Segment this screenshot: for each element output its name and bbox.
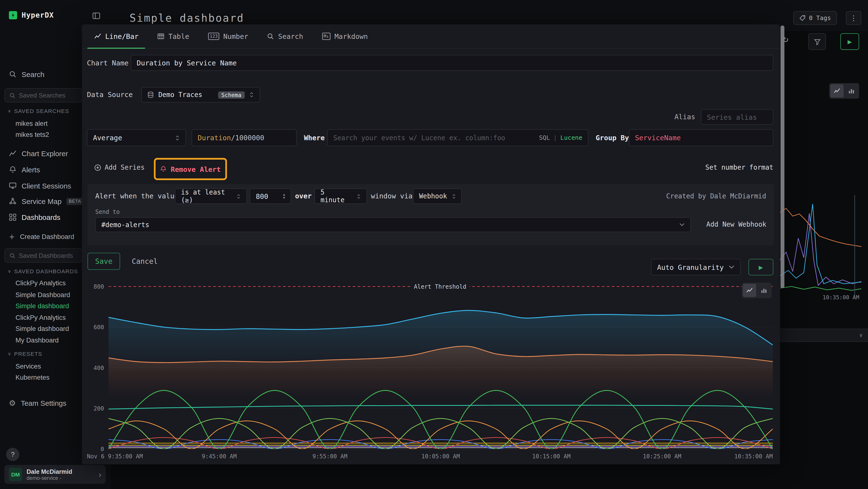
- brand[interactable]: HyperDX: [9, 11, 54, 19]
- dashboard-item[interactable]: Simple dashboard: [16, 325, 69, 335]
- chevron-down-icon: [728, 265, 735, 269]
- where-search-field[interactable]: SQL | Lucene: [327, 129, 589, 146]
- filter-button[interactable]: [808, 33, 826, 50]
- background-table-header[interactable]: ∨: [779, 328, 868, 342]
- alias-field[interactable]: [701, 109, 774, 124]
- alias-label: Alias: [663, 109, 695, 124]
- field-expression[interactable]: Duration /1000000: [191, 129, 297, 146]
- tags-button[interactable]: 0 Tags: [794, 11, 837, 25]
- create-dashboard-button[interactable]: Create Dashboard: [9, 230, 74, 243]
- sidebar-item-team-settings[interactable]: ⚙ Team Settings: [9, 396, 66, 410]
- nav-label: Dashboards: [22, 213, 61, 221]
- presets-section-toggle[interactable]: ∨ PRESETS: [8, 351, 42, 357]
- more-menu-button[interactable]: ⋮: [846, 11, 861, 25]
- alert-config-panel: Alert when the value is at least (≥) ▲▼ …: [88, 184, 774, 246]
- modal-scrollbar[interactable]: [780, 26, 784, 463]
- dashboards-grid-icon: [9, 213, 17, 221]
- set-number-format-button[interactable]: Set number format: [705, 164, 773, 171]
- tags-label: 0 Tags: [809, 15, 831, 22]
- saved-dashboards-section-toggle[interactable]: ∨ SAVED DASHBOARDS: [8, 268, 78, 274]
- sidebar-item-service-map[interactable]: Service Map BETA: [9, 195, 84, 208]
- alert-condition-select[interactable]: is at least (≥): [175, 189, 247, 204]
- where-label: Where: [304, 129, 324, 146]
- tab-label: Number: [223, 32, 248, 40]
- user-subtitle: demo-service -: [27, 474, 72, 481]
- bar-chart-icon[interactable]: [757, 284, 771, 297]
- saved-searches-section-toggle[interactable]: ∨ SAVED SEARCHES: [8, 108, 69, 114]
- dashboard-item[interactable]: ClickPy Analytics: [16, 279, 66, 289]
- sidebar-item-chart-explorer[interactable]: Chart Explorer: [9, 147, 68, 160]
- granularity-select[interactable]: Auto Granularity: [651, 259, 741, 276]
- dashboard-item[interactable]: ClickPy Analytics: [16, 314, 66, 323]
- preset-item[interactable]: Services: [16, 363, 41, 372]
- chevron-down-icon: [679, 223, 685, 227]
- webhook-value: #demo-alerts: [101, 221, 149, 229]
- remove-alert-button[interactable]: Remove Alert: [160, 165, 221, 173]
- sidebar-item-client-sessions[interactable]: Client Sessions: [9, 179, 71, 192]
- chart-name-field[interactable]: [131, 55, 774, 71]
- cancel-button[interactable]: Cancel: [132, 253, 158, 270]
- tab-search[interactable]: Search: [267, 24, 303, 49]
- divider: |: [553, 134, 557, 141]
- data-source-select[interactable]: Demo Traces Schema: [141, 87, 260, 102]
- save-button[interactable]: Save: [88, 253, 120, 270]
- data-source-value: Demo Traces: [158, 91, 202, 99]
- bar-chart-icon[interactable]: [845, 84, 858, 97]
- group-by-input[interactable]: [635, 134, 767, 142]
- chevron-down-icon: ∨: [860, 333, 863, 338]
- scrollbar-thumb[interactable]: [780, 26, 784, 288]
- line-chart-icon[interactable]: [743, 284, 756, 297]
- query-language-toggle[interactable]: SQL | Lucene: [539, 134, 583, 141]
- saved-searches-input[interactable]: Saved Searches: [4, 88, 83, 103]
- help-button[interactable]: ?: [6, 448, 19, 461]
- where-input[interactable]: [333, 134, 534, 141]
- service-map-icon: [9, 197, 17, 205]
- group-by-label: Group By: [595, 129, 629, 146]
- alert-threshold-field[interactable]: ▲▼: [250, 189, 291, 204]
- group-by-field[interactable]: [629, 129, 773, 146]
- dashboard-item[interactable]: My Dashboard: [16, 337, 59, 346]
- saved-search-item[interactable]: mikes alert: [16, 120, 48, 130]
- alert-threshold-input[interactable]: [256, 192, 278, 200]
- tab-number[interactable]: 123 Number: [208, 24, 248, 49]
- preset-item[interactable]: Kubernetes: [16, 373, 50, 383]
- number-stepper[interactable]: ▲▼: [283, 193, 285, 200]
- tab-table[interactable]: Table: [157, 24, 189, 49]
- sidebar-item-search[interactable]: Search: [9, 67, 44, 81]
- sidebar-item-alerts[interactable]: Alerts: [9, 163, 40, 176]
- lucene-option[interactable]: Lucene: [560, 134, 582, 141]
- dashboard-item-active[interactable]: Simple dashboard: [16, 302, 69, 312]
- funnel-icon: [813, 38, 821, 45]
- sidebar-collapse-icon[interactable]: [92, 11, 101, 20]
- webhook-select[interactable]: #demo-alerts: [95, 217, 691, 232]
- chevron-down-icon: ∨: [8, 109, 11, 114]
- chevron-down-icon: ∨: [8, 351, 11, 356]
- line-chart-icon[interactable]: [830, 84, 844, 97]
- nav-label: Team Settings: [21, 399, 66, 407]
- alias-input[interactable]: [707, 113, 767, 121]
- search-icon: [9, 253, 16, 259]
- dashboard-item[interactable]: Simple Dashboard: [16, 291, 70, 301]
- chart-name-input[interactable]: [137, 59, 767, 67]
- add-new-webhook-button[interactable]: Add New Webhook: [707, 217, 767, 232]
- hyperdx-logo-icon: [9, 11, 17, 19]
- user-menu[interactable]: DM Dale McDiarmid demo-service - ›: [4, 465, 105, 484]
- saved-dashboards-input[interactable]: Saved Dashboards: [4, 248, 83, 263]
- gear-icon: ⚙: [9, 399, 16, 407]
- alert-channel-select[interactable]: Webhook: [413, 189, 462, 204]
- sql-option[interactable]: SQL: [539, 134, 550, 141]
- step-down-icon[interactable]: ▼: [283, 196, 285, 200]
- saved-search-item[interactable]: mikes tets2: [16, 131, 49, 141]
- chevrons-up-down-icon: [356, 193, 361, 199]
- add-series-button[interactable]: Add Series: [94, 164, 145, 171]
- run-query-button-background[interactable]: ▶: [840, 33, 859, 50]
- alert-window-select[interactable]: 5 minute: [314, 189, 367, 204]
- bell-icon: [160, 166, 167, 172]
- saved-searches-placeholder: Saved Searches: [19, 92, 66, 99]
- run-chart-button[interactable]: ▶: [748, 259, 773, 276]
- aggregation-select[interactable]: Average: [87, 129, 186, 146]
- nav-label: Search: [22, 70, 44, 78]
- sidebar-item-dashboards[interactable]: Dashboards: [9, 210, 61, 224]
- tab-line-bar[interactable]: Line/Bar: [94, 24, 138, 49]
- tab-markdown[interactable]: M↓ Markdown: [322, 24, 368, 49]
